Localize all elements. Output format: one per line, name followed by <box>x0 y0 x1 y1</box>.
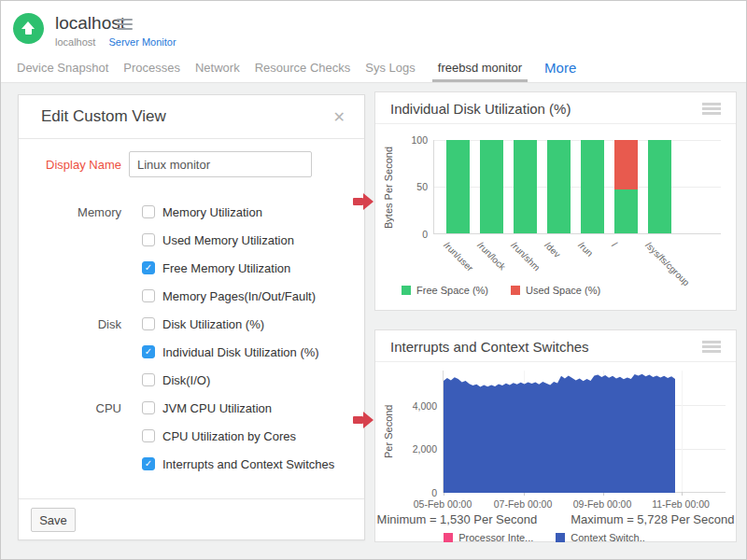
checkbox-individual-disk-utilization[interactable]: ✓ <box>142 345 155 358</box>
legend-swatch <box>444 533 453 542</box>
checkbox-row-interrupts-and-context-switches: ✓Interrupts and Context Switches <box>19 450 364 478</box>
checkbox-row-free-memory-utilization: ✓Free Memory Utilization <box>19 254 364 282</box>
legend-label: Used Space (%) <box>526 285 600 296</box>
modal-footer: Save <box>19 498 364 541</box>
legend-item-context-switch[interactable]: Context Switch.. <box>556 532 644 543</box>
annotation-arrow-interrupts-chart <box>353 412 374 428</box>
checkbox-list: MemoryMemory UtilizationUsed Memory Util… <box>19 198 364 478</box>
legend-item-free-space[interactable]: Free Space (%) <box>402 285 488 296</box>
checkbox-interrupts-and-context-switches[interactable]: ✓ <box>142 457 155 470</box>
chart-menu-icon[interactable] <box>702 341 721 355</box>
legend-swatch <box>556 533 565 542</box>
bar-sys-fs-cgroup <box>648 140 671 233</box>
checkbox-cell: JVM CPU Utilization <box>129 401 364 415</box>
y-tick-0: 0 <box>400 487 437 498</box>
x-tick-11-feb: 11-Feb 00:00 <box>643 498 718 510</box>
checkbox-jvm-cpu-utilization[interactable] <box>142 401 155 414</box>
bar-chart-plot <box>433 140 721 234</box>
group-label-disk: Disk <box>41 317 121 331</box>
checkbox-label: Disk Utilization (%) <box>162 317 264 331</box>
chart-menu-icon[interactable] <box>702 103 721 117</box>
tab-resource-checks[interactable]: Resource Checks <box>255 52 351 82</box>
tab-freebsd-monitor[interactable]: freebsd monitor <box>438 52 522 82</box>
server-monitor-page: { "header": { "title": "localhost", "bre… <box>0 0 747 560</box>
area-chart-plot <box>443 371 726 493</box>
tab-sys-logs[interactable]: Sys Logs <box>365 52 415 82</box>
page-title: localhost <box>55 13 125 34</box>
tab-processes[interactable]: Processes <box>123 52 180 82</box>
checkbox-label: Individual Disk Utilization (%) <box>162 345 319 359</box>
chart-title-row: Interrupts and Context Switches <box>375 330 736 362</box>
tab-more[interactable]: More <box>544 52 576 82</box>
tab-network[interactable]: Network <box>195 52 240 82</box>
tab-device-snapshot[interactable]: Device Snapshot <box>17 52 108 82</box>
up-arrow-stem <box>25 28 32 35</box>
x-tick-07-feb: 07-Feb 00:00 <box>486 498 560 510</box>
checkbox-disk-i-o[interactable] <box>142 373 155 386</box>
bar-run-shm <box>514 140 537 233</box>
display-name-row: Display Name <box>19 147 364 181</box>
bar-dev <box>547 140 571 233</box>
legend-swatch <box>511 286 520 295</box>
x-category-label: /dev <box>543 240 562 259</box>
legend-item-processor-inte[interactable]: Processor Inte... <box>444 532 533 543</box>
breadcrumb: localhostServer Monitor <box>55 36 176 48</box>
bar-free-segment <box>480 140 503 233</box>
edit-custom-view-modal: Edit Custom View ✕ Display Name MemoryMe… <box>18 94 365 540</box>
y-tick-50: 50 <box>390 181 428 192</box>
legend-item-used-space[interactable]: Used Space (%) <box>511 285 600 296</box>
checkbox-used-memory-utilization[interactable] <box>142 233 155 246</box>
bar-free-segment <box>547 140 571 233</box>
checkbox-disk-utilization[interactable] <box>142 317 155 330</box>
checkbox-cell: Disk Utilization (%) <box>129 317 364 331</box>
checkbox-cell: ✓Interrupts and Context Switches <box>129 457 364 471</box>
bar-free-segment <box>648 140 671 233</box>
group-label-memory: Memory <box>41 205 121 219</box>
breadcrumb-host: localhost <box>55 36 95 48</box>
checkbox-row-disk-utilization: DiskDisk Utilization (%) <box>19 310 364 338</box>
save-button[interactable]: Save <box>31 508 76 532</box>
area-chart-legend: Processor Inte...Context Switch.. <box>375 532 736 543</box>
x-category-label: /run/user <box>442 240 475 273</box>
checkbox-cell: Memory Utilization <box>129 205 364 219</box>
checkbox-memory-utilization[interactable] <box>142 205 155 218</box>
minimum-value: Minimum = 1,530 Per Second <box>377 512 538 526</box>
checkbox-free-memory-utilization[interactable]: ✓ <box>142 261 155 274</box>
tab-bar: Device SnapshotProcessesNetworkResource … <box>1 52 746 83</box>
x-category-label: / <box>610 240 619 249</box>
bar-free-segment <box>581 140 604 233</box>
area-polygon <box>444 374 675 493</box>
checkbox-row-used-memory-utilization: Used Memory Utilization <box>19 226 364 254</box>
y-tick-100: 100 <box>390 134 428 146</box>
display-name-input[interactable] <box>129 151 312 177</box>
checkbox-cell: Disk(I/O) <box>129 373 364 387</box>
x-category-label: /run/lock <box>475 240 508 273</box>
breadcrumb-server-monitor-link[interactable]: Server Monitor <box>108 36 176 48</box>
context-switches-area <box>444 371 675 493</box>
y-tick-0: 0 <box>390 229 428 240</box>
chart-title: Interrupts and Context Switches <box>390 339 589 355</box>
modal-header: Edit Custom View ✕ <box>19 95 364 139</box>
legend-label: Context Switch.. <box>571 532 644 543</box>
checkbox-cpu-utilization-by-cores[interactable] <box>142 429 155 442</box>
maximum-value: Maximum = 5,728 Per Second <box>571 512 734 526</box>
checkbox-cell: CPU Utilization by Cores <box>129 429 364 443</box>
hamburger-menu-icon[interactable] <box>117 19 133 33</box>
x-category-label: /sys/fs/cgroup <box>643 240 691 287</box>
legend-swatch <box>402 286 411 295</box>
checkbox-memory-pages-in-out-fault[interactable] <box>142 289 155 302</box>
y-tick-4000: 4,000 <box>400 400 437 412</box>
bar-free-segment <box>614 189 638 233</box>
bar-free-segment <box>514 140 537 233</box>
x-tick-05-feb: 05-Feb 00:00 <box>405 498 480 510</box>
close-icon[interactable]: ✕ <box>333 108 345 126</box>
disk-utilization-chart-panel: Individual Disk Utilization (%) Bytes Pe… <box>374 91 737 311</box>
bar-chart-legend: Free Space (%)Used Space (%) <box>402 285 623 296</box>
legend-label: Free Space (%) <box>416 285 488 296</box>
bar-free-segment <box>446 140 470 233</box>
checkbox-label: Free Memory Utilization <box>162 261 290 275</box>
app-header: localhost localhostServer Monitor <box>1 1 746 52</box>
checkbox-label: CPU Utilization by Cores <box>162 429 296 443</box>
checkbox-label: Memory Utilization <box>162 205 262 219</box>
bar-used-segment <box>614 140 638 189</box>
